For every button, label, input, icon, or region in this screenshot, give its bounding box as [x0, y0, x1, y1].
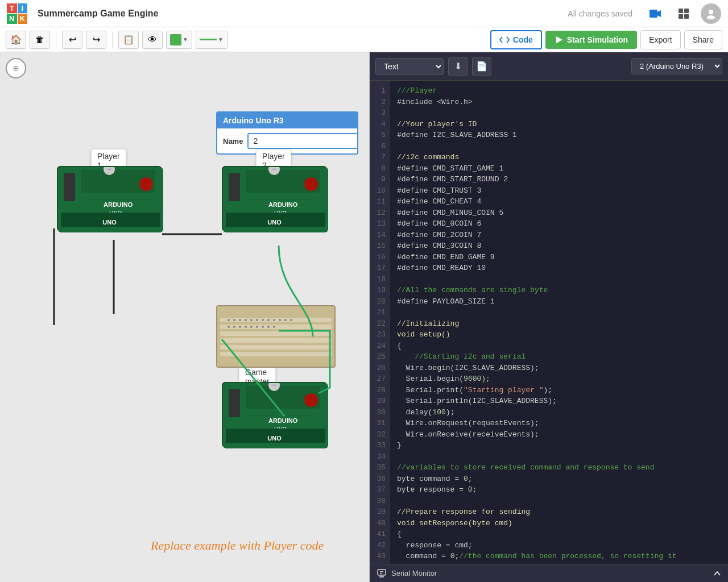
svg-point-44 [233, 319, 235, 321]
svg-point-43 [228, 319, 230, 321]
svg-rect-19 [229, 173, 240, 201]
start-simulation-btn[interactable]: Start Simulation [545, 31, 637, 49]
logo-n: N [7, 14, 17, 24]
home-btn[interactable]: 🏠 [6, 31, 26, 49]
color-picker-btn[interactable]: ▼ [166, 31, 192, 49]
canvas-area[interactable]: ⊕ Arduino Uno R3 Name Player 1 ARDUINO U… [0, 52, 370, 582]
logo-k: K [18, 14, 28, 24]
code-toolbar: Text Blocks ⬇ 📄 2 (Arduino Uno R3) 1 (Ar… [370, 52, 728, 81]
svg-rect-38 [220, 325, 332, 329]
svg-rect-2 [679, 9, 683, 13]
compass[interactable]: ⊕ [6, 58, 26, 78]
replace-example-text: Replace example with Player code [151, 538, 324, 553]
svg-point-53 [284, 319, 287, 321]
svg-point-57 [239, 326, 241, 328]
arduino-popup-header: Arduino Uno R3 [217, 113, 357, 128]
svg-rect-64 [378, 569, 386, 575]
svg-point-50 [267, 319, 270, 321]
arduino-name-label: Name [223, 137, 243, 146]
svg-point-32 [304, 393, 318, 407]
line-numbers: 12345678910 11121314151617181920 2122232… [370, 81, 390, 564]
svg-rect-37 [220, 318, 332, 322]
notes-btn[interactable]: 📋 [118, 31, 139, 49]
svg-point-54 [290, 319, 292, 321]
svg-point-55 [228, 326, 230, 328]
grid-icon-btn[interactable] [672, 2, 695, 25]
avatar-btn[interactable] [701, 3, 721, 24]
undo-btn[interactable]: ↩ [62, 31, 82, 49]
video-icon-btn[interactable] [644, 2, 667, 25]
svg-point-59 [250, 326, 253, 328]
eye-btn[interactable]: 👁 [142, 31, 163, 49]
svg-point-47 [250, 319, 253, 321]
copy-btn[interactable]: 📄 [472, 57, 491, 76]
grid-icon [677, 7, 690, 20]
svg-point-6 [709, 10, 713, 14]
main-layout: ⊕ Arduino Uno R3 Name Player 1 ARDUINO U… [0, 52, 728, 582]
serial-monitor-bar[interactable]: Serial Monitor [370, 564, 728, 582]
logo-i: I [18, 3, 28, 14]
delete-btn[interactable]: 🗑 [30, 31, 50, 49]
svg-rect-40 [220, 338, 332, 343]
player2-arduino-board[interactable]: ARDUINO UNO − [222, 166, 327, 231]
color-swatch [170, 34, 181, 45]
avatar-icon [705, 8, 717, 19]
arduino-component-popup: Arduino Uno R3 Name [216, 111, 358, 155]
gamemaster-board-graphic: ARDUINO UNO − [223, 383, 328, 448]
svg-point-56 [233, 326, 235, 328]
share-btn[interactable]: Share [684, 30, 722, 49]
svg-point-52 [279, 319, 281, 321]
code-panel: Text Blocks ⬇ 📄 2 (Arduino Uno R3) 1 (Ar… [370, 52, 728, 582]
serial-monitor-icon [377, 568, 387, 579]
toolbar-sep-1 [56, 32, 56, 48]
toolbar-sep-2 [112, 32, 113, 48]
svg-point-46 [245, 319, 247, 321]
svg-rect-24 [226, 213, 325, 227]
code-editor[interactable]: 12345678910 11121314151617181920 2122232… [370, 81, 728, 564]
line-dropdown-arrow: ▼ [218, 36, 224, 43]
svg-rect-66 [380, 571, 383, 572]
svg-point-49 [262, 319, 264, 321]
gamemaster-arduino-board[interactable]: ARDUINO UNO − [222, 382, 327, 447]
code-btn-label: Code [513, 35, 533, 44]
code-content[interactable]: ///Player #include <Wire.h> //Your playe… [390, 81, 728, 564]
export-btn[interactable]: Export [640, 30, 680, 49]
svg-text:−: − [107, 167, 111, 173]
svg-rect-67 [380, 573, 382, 574]
download-btn[interactable]: ⬇ [448, 57, 468, 76]
video-icon [649, 7, 661, 20]
svg-text:ARDUINO: ARDUINO [268, 417, 298, 424]
svg-point-63 [273, 326, 275, 328]
svg-rect-42 [220, 352, 332, 356]
redo-btn[interactable]: ↪ [86, 31, 106, 49]
svg-rect-33 [226, 429, 325, 443]
player1-arduino-board[interactable]: ARDUINO UNO − [57, 166, 162, 231]
svg-point-14 [139, 177, 153, 191]
play-icon [555, 35, 564, 44]
svg-rect-65 [379, 576, 384, 577]
svg-point-51 [273, 319, 275, 321]
svg-marker-1 [657, 10, 661, 17]
start-sim-label: Start Simulation [567, 35, 628, 44]
code-btn[interactable]: Code [490, 30, 542, 49]
code-type-select[interactable]: Text Blocks [375, 58, 444, 75]
breadboard-graphic [217, 306, 334, 367]
svg-point-61 [262, 326, 264, 328]
device-select[interactable]: 2 (Arduino Uno R3) 1 (Arduino Uno R3) Ga… [631, 58, 722, 74]
code-icon [499, 35, 510, 45]
tinkercad-logo: T I N K [7, 3, 27, 24]
svg-text:ARDUINO: ARDUINO [104, 201, 133, 208]
player1-board-graphic: ARDUINO UNO − [58, 167, 163, 232]
line-preview [200, 39, 217, 40]
svg-point-48 [256, 319, 258, 321]
svg-marker-8 [556, 36, 562, 43]
serial-monitor-label: Serial Monitor [391, 569, 437, 577]
svg-rect-3 [684, 9, 689, 13]
svg-rect-41 [220, 345, 332, 350]
arduino-name-input[interactable] [247, 133, 358, 149]
line-style-btn[interactable]: ▼ [196, 31, 228, 49]
svg-rect-4 [679, 14, 683, 19]
player2-board-graphic: ARDUINO UNO − [223, 167, 328, 232]
breadboard [216, 305, 336, 368]
top-bar: T I N K Summercamp Game Engine All chang… [0, 0, 728, 27]
